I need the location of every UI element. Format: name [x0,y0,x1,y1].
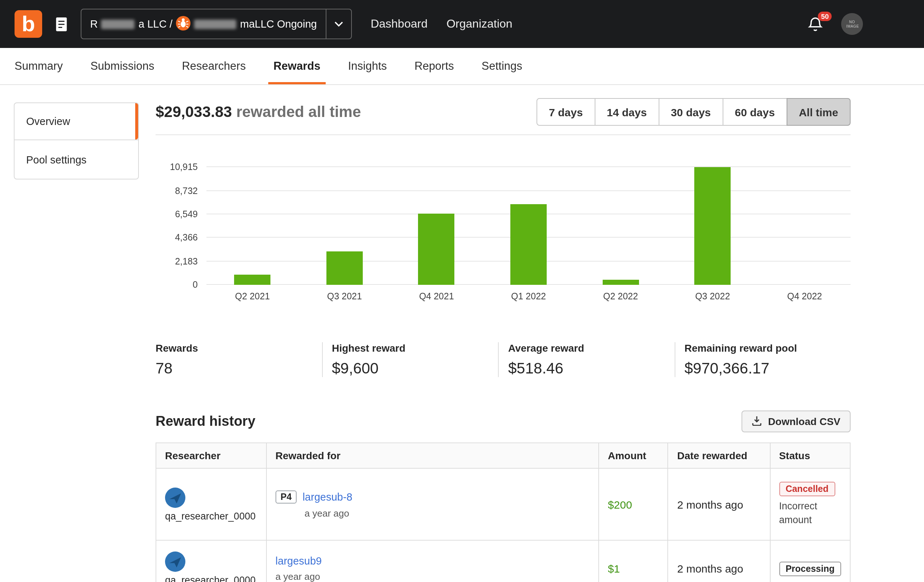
tab-reports[interactable]: Reports [414,48,454,84]
chart-ytick-label: 10,915 [170,162,198,172]
table-row: qa_researcher_0000 largesub9 a year ago … [156,540,850,582]
redacted-text-block [101,19,135,29]
date-rewarded-cell: 2 months ago [668,468,770,540]
user-avatar[interactable]: NO IMAGE [841,13,863,35]
program-name-prefix: R [90,18,98,30]
stat-value: $518.46 [508,360,674,377]
chart-bar-q3-2022 [694,168,731,285]
stat-label: Remaining reward pool [685,342,851,354]
chart-gridline [206,166,851,167]
tab-researchers[interactable]: Researchers [182,48,246,84]
stat-remaining-reward-pool: Remaining reward pool $970,366.17 [674,342,851,377]
redacted-text-block [194,19,236,29]
document-icon[interactable] [55,16,68,31]
chart-ytick-label: 0 [193,280,198,290]
sidebar-item-label: Overview [26,115,70,127]
tab-settings[interactable]: Settings [482,48,522,84]
sidebar-item-overview[interactable]: Overview [15,103,138,140]
sidebar: Overview Pool settings [14,102,139,179]
rewarded-for-cell: P4 largesub-8 a year ago [266,468,599,540]
status-cell: Cancelled Incorrect amount [770,468,850,540]
topbar: b R a LLC / maLLC Ongoing Dashboard Orga… [0,0,924,48]
chart-xtick-label: Q2 2022 [575,291,667,301]
stat-rewards: Rewards 78 [155,342,322,377]
summary-header: $29,033.83 rewarded all time 7 days 14 d… [155,98,851,135]
download-csv-label: Download CSV [768,416,840,427]
rewards-bar-chart: 02,1834,3666,5498,73210,915 Q2 2021Q3 20… [155,153,851,301]
tab-rewards[interactable]: Rewards [273,48,320,84]
rewarded-ago: a year ago [305,508,589,518]
chart-xtick-label: Q1 2022 [482,291,574,301]
date-rewarded-cell: 2 months ago [668,540,770,582]
stats-row: Rewards 78 Highest reward $9,600 Average… [155,342,851,377]
chevron-down-icon[interactable] [326,10,351,38]
chart-xtick-label: Q2 2021 [206,291,299,301]
chart-bar-q2-2022 [602,279,639,285]
submission-link[interactable]: largesub9 [276,555,322,567]
total-rewarded-suffix: rewarded all time [236,103,361,120]
stat-value: $970,366.17 [685,360,851,377]
chart-y-axis: 02,1834,3666,5498,73210,915 [155,153,206,285]
download-icon [752,415,762,427]
sidebar-item-pool-settings[interactable]: Pool settings [15,140,138,179]
filter-14-days[interactable]: 14 days [594,98,659,126]
total-rewarded-heading: $29,033.83 rewarded all time [155,103,361,121]
tab-submissions[interactable]: Submissions [91,48,155,84]
stat-value: $9,600 [332,360,498,377]
reward-history-header: Reward history Download CSV [155,411,851,432]
chart-bar-q3-2021 [327,252,363,285]
status-cell: Processing [770,540,850,582]
researcher-cell: qa_researcher_0000 [156,540,266,582]
status-badge: Processing [779,561,841,576]
amount-cell: $1 [599,540,668,582]
page-body: Overview Pool settings $29,033.83 reward… [0,85,924,582]
chart-ytick-label: 4,366 [175,233,198,243]
tab-insights[interactable]: Insights [348,48,387,84]
notifications-bell-icon[interactable]: 50 [807,16,824,32]
chart-bar-q4-2021 [418,214,455,285]
nav-dashboard[interactable]: Dashboard [371,17,428,31]
program-bug-icon [176,16,190,32]
logo-letter: b [22,12,35,36]
chart-xtick-label: Q3 2021 [299,291,390,301]
chart-ytick-label: 6,549 [175,209,198,219]
chart-xtick-label: Q3 2022 [667,291,759,301]
chart-bar-q2-2021 [234,275,271,285]
stat-average-reward: Average reward $518.46 [498,342,674,377]
column-status: Status [770,443,850,468]
column-researcher: Researcher [156,443,266,468]
rewarded-for-cell: largesub9 a year ago [266,540,599,582]
main-content: $29,033.83 rewarded all time 7 days 14 d… [155,85,851,582]
stat-label: Rewards [155,342,322,354]
researcher-cell: qa_researcher_0000 [156,468,266,540]
submission-link[interactable]: largesub-8 [302,491,352,502]
download-csv-button[interactable]: Download CSV [742,411,851,432]
researcher-name[interactable]: qa_researcher_0000 [165,510,257,521]
column-rewarded-for: Rewarded for [266,443,599,468]
tab-summary[interactable]: Summary [15,48,63,84]
stat-highest-reward: Highest reward $9,600 [322,342,498,377]
column-date-rewarded: Date rewarded [668,443,770,468]
rewarded-ago: a year ago [276,571,589,582]
program-selector-text: R a LLC / maLLC Ongoing [81,16,326,32]
filter-60-days[interactable]: 60 days [723,98,787,126]
researcher-name[interactable]: qa_researcher_0000 [165,575,257,582]
notification-count-badge: 50 [818,11,832,21]
chart-ytick-label: 2,183 [175,256,198,266]
status-badge: Cancelled [779,482,835,497]
priority-badge: P4 [276,490,297,503]
stat-label: Average reward [508,342,674,354]
chart-gridline [206,190,851,191]
bugcrowd-logo[interactable]: b [15,10,42,38]
program-selector[interactable]: R a LLC / maLLC Ongoing [81,9,352,39]
sidebar-item-label: Pool settings [26,154,86,165]
topbar-right: 50 NO IMAGE [807,13,863,35]
filter-7-days[interactable]: 7 days [536,98,595,126]
nav-organization[interactable]: Organization [446,17,512,31]
chart-xtick-label: Q4 2022 [759,291,851,301]
filter-all-time[interactable]: All time [787,98,851,126]
reward-history-table: Researcher Rewarded for Amount Date rewa… [155,442,851,582]
filter-30-days[interactable]: 30 days [658,98,723,126]
time-range-filter: 7 days 14 days 30 days 60 days All time [536,98,851,126]
table-header-row: Researcher Rewarded for Amount Date rewa… [156,443,850,468]
